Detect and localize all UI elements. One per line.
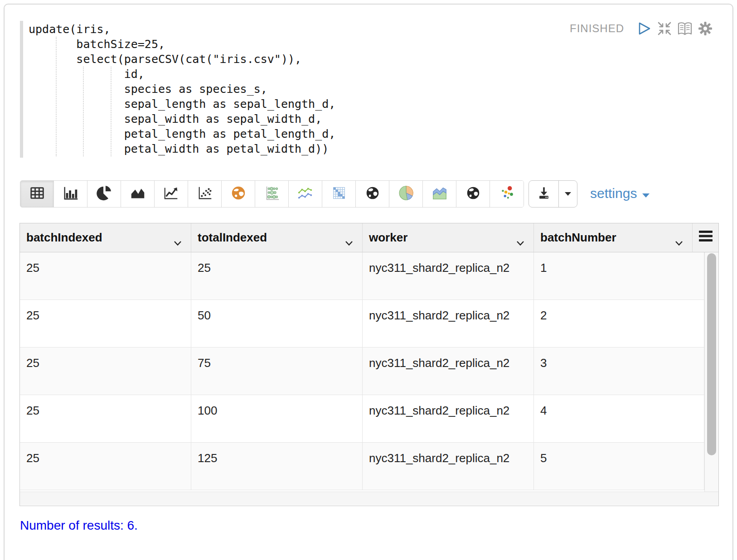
paragraph-controls: FINISHED	[570, 20, 713, 37]
map-globe-dark-2-button[interactable]	[456, 181, 490, 207]
pie-color-button[interactable]	[389, 181, 423, 207]
cell-worker: nyc311_shard2_replica_n2	[363, 443, 534, 490]
heatmap-button[interactable]	[322, 181, 356, 207]
download-button[interactable]	[529, 181, 559, 207]
table-body[interactable]: 25 25 nyc311_shard2_replica_n2 1 25 50 n…	[20, 252, 718, 492]
settings-toggle[interactable]: settings	[590, 186, 650, 201]
bar-chart-button[interactable]	[54, 181, 87, 207]
column-header-batchnumber[interactable]: batchNumber	[534, 223, 693, 252]
cell-totalindexed: 25	[191, 252, 363, 299]
book-icon[interactable]	[677, 21, 693, 36]
results-count-text: Number of results: 6.	[20, 518, 138, 533]
pie-chart-button[interactable]	[87, 181, 121, 207]
code-line: species as species_s,	[29, 82, 335, 97]
play-icon[interactable]	[636, 21, 652, 36]
cell-worker: nyc311_shard2_replica_n2	[363, 300, 534, 347]
table-menu-button[interactable]	[693, 223, 718, 252]
stacked-area-icon	[431, 184, 448, 203]
table-row[interactable]: 25 50 nyc311_shard2_replica_n2 2	[20, 300, 718, 348]
hamburger-menu-icon	[698, 230, 713, 245]
globe-orange-icon	[230, 184, 247, 203]
table-row[interactable]: 25 125 nyc311_shard2_replica_n2 5	[20, 443, 718, 490]
chevron-down-icon[interactable]	[675, 235, 683, 249]
gear-icon[interactable]	[698, 21, 713, 36]
multi-line-chart-icon	[297, 184, 314, 203]
column-header-label: totalIndexed	[198, 231, 267, 245]
line-chart-icon	[163, 184, 180, 203]
cell-batchindexed: 25	[20, 252, 191, 299]
cell-batchnumber: 4	[534, 395, 704, 442]
code-line: update(iris,	[29, 22, 335, 37]
table-footer-strip	[20, 492, 718, 505]
chart-type-group	[20, 180, 524, 208]
paragraph-card: update(iris, batchSize=25, select(parseC…	[4, 4, 733, 560]
cell-batchnumber: 5	[534, 443, 704, 490]
scatter-color-icon	[498, 184, 515, 203]
cell-batchnumber: 3	[534, 348, 704, 395]
visualization-toolbar: settings	[5, 180, 732, 208]
column-header-worker[interactable]: worker	[363, 223, 534, 252]
bubble-matrix-icon	[263, 184, 281, 203]
status-badge: FINISHED	[570, 22, 624, 35]
globe-dark-2-icon	[465, 184, 482, 203]
column-header-label: worker	[369, 231, 407, 245]
cell-worker: nyc311_shard2_replica_n2	[363, 348, 534, 395]
multi-line-chart-button[interactable]	[289, 181, 322, 207]
cell-batchindexed: 25	[20, 395, 191, 442]
bar-chart-icon	[62, 184, 79, 203]
cell-batchindexed: 25	[20, 300, 191, 347]
map-globe-orange-button[interactable]	[222, 181, 255, 207]
column-header-label: batchNumber	[540, 231, 616, 245]
code-block: update(iris, batchSize=25, select(parseC…	[29, 22, 335, 156]
code-line: sepal_width as sepal_width_d,	[29, 111, 335, 126]
area-chart-button[interactable]	[121, 181, 155, 207]
scrollbar-thumb[interactable]	[707, 253, 716, 455]
code-line: select(parseCSV(cat("iris.csv")),	[29, 52, 335, 67]
line-chart-button[interactable]	[155, 181, 188, 207]
code-line: id,	[29, 67, 335, 82]
code-line: batchSize=25,	[29, 37, 335, 52]
scatter-chart-button[interactable]	[188, 181, 222, 207]
vertical-scrollbar[interactable]	[704, 252, 718, 492]
column-header-totalindexed[interactable]: totalIndexed	[191, 223, 363, 252]
column-header-batchindexed[interactable]: batchIndexed	[20, 223, 191, 252]
pie-color-icon	[398, 184, 415, 203]
chevron-down-icon[interactable]	[174, 235, 182, 249]
caret-down-icon	[564, 190, 572, 198]
table-row[interactable]: 25 100 nyc311_shard2_replica_n2 4	[20, 395, 718, 443]
cell-worker: nyc311_shard2_replica_n2	[363, 395, 534, 442]
cell-totalindexed: 100	[191, 395, 363, 442]
code-line: petal_length as petal_length_d,	[29, 126, 335, 141]
code-line: petal_width as petal_width_d))	[29, 141, 335, 156]
download-menu-button[interactable]	[559, 181, 577, 207]
result-table: batchIndexed totalIndexed worker batchNu…	[19, 223, 719, 506]
table-row[interactable]: 25 75 nyc311_shard2_replica_n2 3	[20, 348, 718, 395]
stacked-area-button[interactable]	[423, 181, 456, 207]
column-header-label: batchIndexed	[26, 231, 102, 245]
chevron-down-icon[interactable]	[345, 235, 353, 249]
heatmap-icon	[330, 184, 348, 203]
cell-batchnumber: 1	[534, 252, 704, 299]
scatter-color-button[interactable]	[490, 181, 524, 207]
cell-totalindexed: 50	[191, 300, 363, 347]
compress-icon[interactable]	[657, 21, 672, 36]
table-icon	[29, 184, 46, 203]
cell-batchindexed: 25	[20, 443, 191, 490]
table-button[interactable]	[20, 181, 54, 207]
table-row[interactable]: 25 25 nyc311_shard2_replica_n2 1	[20, 252, 718, 300]
chevron-down-icon[interactable]	[516, 235, 524, 249]
caret-down-icon	[642, 186, 650, 201]
pie-chart-icon	[96, 184, 113, 203]
code-line: sepal_length as sepal_length_d,	[29, 97, 335, 111]
scatter-chart-icon	[196, 184, 213, 203]
globe-dark-icon	[364, 184, 381, 203]
download-icon	[536, 185, 552, 203]
cell-totalindexed: 75	[191, 348, 363, 395]
cell-batchindexed: 25	[20, 348, 191, 395]
area-chart-icon	[129, 184, 146, 203]
editor-gutter-bar	[20, 21, 23, 158]
download-split-button	[529, 180, 577, 208]
map-globe-dark-button[interactable]	[356, 181, 389, 207]
cell-worker: nyc311_shard2_replica_n2	[363, 252, 534, 299]
bubble-matrix-button[interactable]	[255, 181, 289, 207]
